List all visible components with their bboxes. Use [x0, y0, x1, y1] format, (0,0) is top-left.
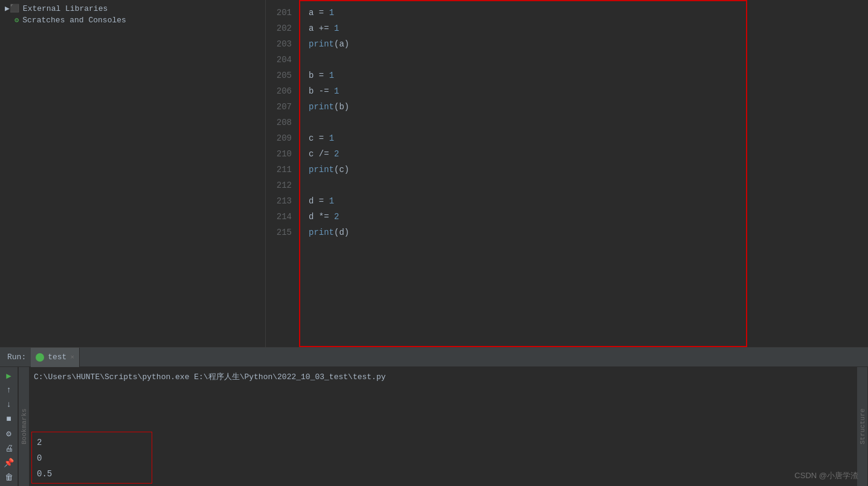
editor-area: 2012022032042052062072082092102112122132… — [266, 0, 868, 347]
code-line — [309, 115, 868, 130]
scroll-down-button[interactable]: ↓ — [2, 398, 16, 411]
code-line: c /= 2 — [309, 146, 868, 162]
bookmarks-label: Bookmarks — [18, 367, 29, 486]
run-tab-icon — [36, 353, 44, 362]
line-number: 206 — [266, 83, 292, 99]
line-number: 214 — [266, 209, 292, 225]
structure-label: Structure — [857, 367, 868, 486]
run-content: ▶ ↑ ↓ ■ ⚙ 🖨 📌 🗑 Bookmarks C:\Users\HUNTE… — [0, 367, 868, 486]
sidebar-item-scratches[interactable]: ⚙ Scratches and Consoles — [0, 14, 265, 26]
code-line: d = 1 — [309, 193, 868, 209]
code-line: a += 1 — [309, 21, 868, 36]
code-line: print(c) — [309, 162, 868, 177]
output-line: 2 — [37, 482, 147, 487]
line-number: 210 — [266, 146, 292, 162]
scratches-label: Scratches and Consoles — [22, 16, 126, 25]
line-number: 215 — [266, 225, 292, 240]
pin-button[interactable]: 📌 — [2, 457, 16, 469]
line-number: 213 — [266, 193, 292, 209]
line-number: 203 — [266, 36, 292, 52]
sidebar: ▶ ⬛ External Libraries ⚙ Scratches and C… — [0, 0, 266, 347]
delete-button[interactable]: 🗑 — [2, 472, 16, 484]
run-output-rest — [155, 429, 857, 487]
run-tab[interactable]: test × — [31, 348, 80, 367]
code-container: 2012022032042052062072082092102112122132… — [266, 0, 868, 347]
scroll-up-button[interactable]: ↑ — [2, 384, 16, 396]
scratches-icon: ⚙ — [14, 16, 19, 25]
code-line: b = 1 — [309, 68, 868, 83]
code-line: c = 1 — [309, 130, 868, 146]
code-line — [309, 52, 868, 68]
run-tab-bar: Run: test × — [0, 348, 868, 367]
run-command-text: C:\Users\HUNTE\Scripts\python.exe E:\程序人… — [34, 372, 386, 382]
sidebar-item-external-libraries[interactable]: ▶ ⬛ External Libraries — [0, 2, 265, 14]
code-line: print(d) — [309, 225, 868, 240]
run-output-wrapper: C:\Users\HUNTE\Scripts\python.exe E:\程序人… — [29, 367, 857, 486]
code-line: b -= 1 — [309, 83, 868, 99]
print-button[interactable]: 🖨 — [2, 443, 16, 455]
line-number: 205 — [266, 68, 292, 83]
line-number: 204 — [266, 52, 292, 68]
code-line: print(a) — [309, 36, 868, 52]
run-tab-close-button[interactable]: × — [70, 354, 74, 361]
expand-arrow-icon: ▶ — [5, 4, 10, 13]
code-highlight-region: a = 1a += 1print(a) b = 1b -= 1print(b) … — [299, 0, 868, 347]
run-tab-name: test — [48, 353, 66, 362]
line-number: 209 — [266, 130, 292, 146]
line-number: 212 — [266, 177, 292, 193]
bottom-panel: Run: test × ▶ ↑ ↓ ■ ⚙ 🖨 📌 🗑 Bookmarks C:… — [0, 347, 868, 486]
line-number: 211 — [266, 162, 292, 177]
run-command: C:\Users\HUNTE\Scripts\python.exe E:\程序人… — [29, 367, 857, 429]
settings-button[interactable]: ⚙ — [2, 428, 16, 440]
code-content[interactable]: a = 1a += 1print(a) b = 1b -= 1print(b) … — [299, 0, 868, 245]
run-output-box: 200.52 — [31, 432, 152, 484]
code-line: print(b) — [309, 99, 868, 115]
output-line: 2 — [37, 435, 147, 450]
output-line: 0.5 — [37, 466, 147, 482]
code-line — [309, 177, 868, 193]
library-icon: ⬛ — [10, 4, 19, 13]
run-label: Run: — [0, 353, 31, 362]
code-line: d *= 2 — [309, 209, 868, 225]
line-number: 202 — [266, 21, 292, 36]
line-number: 207 — [266, 99, 292, 115]
code-line: a = 1 — [309, 5, 868, 21]
line-numbers: 2012022032042052062072082092102112122132… — [266, 0, 299, 347]
stop-button[interactable]: ■ — [2, 413, 16, 425]
watermark: CSDN @小唐学渣 — [794, 470, 858, 481]
external-libraries-label: External Libraries — [23, 4, 108, 13]
line-number: 208 — [266, 115, 292, 130]
sidebar-tree: ▶ ⬛ External Libraries ⚙ Scratches and C… — [0, 0, 265, 347]
run-button[interactable]: ▶ — [2, 369, 16, 382]
line-number: 201 — [266, 5, 292, 21]
output-line: 0 — [37, 450, 147, 466]
main-area: ▶ ⬛ External Libraries ⚙ Scratches and C… — [0, 0, 868, 347]
run-toolbar: ▶ ↑ ↓ ■ ⚙ 🖨 📌 🗑 — [0, 367, 18, 486]
watermark-text: CSDN @小唐学渣 — [794, 471, 858, 480]
